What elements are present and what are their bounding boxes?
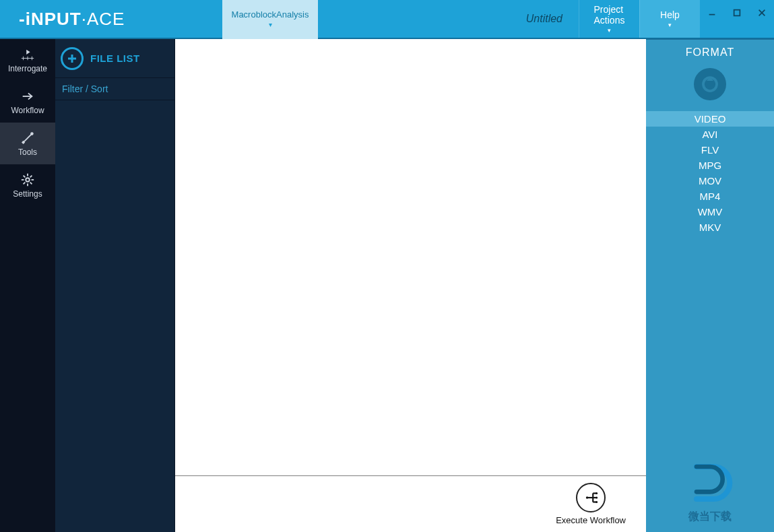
help-menu[interactable]: Help ▾	[639, 0, 700, 38]
svg-point-30	[595, 492, 598, 494]
format-item-mp4[interactable]: MP4	[646, 189, 774, 204]
format-header: FORMAT	[686, 40, 734, 64]
tab-label: MacroblockAnalysis	[232, 9, 309, 20]
maximize-button[interactable]	[730, 5, 744, 20]
footer-bar: Execute Workflow	[175, 475, 646, 532]
tab-macroblock-analysis[interactable]: MacroblockAnalysis ▾	[222, 0, 318, 39]
menu-label: ProjectActions	[594, 4, 625, 26]
svg-line-19	[30, 175, 32, 177]
rail-label: Workflow	[11, 106, 44, 115]
svg-marker-4	[26, 49, 30, 54]
rail-item-settings[interactable]: Settings	[0, 164, 55, 206]
svg-line-18	[30, 182, 32, 184]
format-item-avi[interactable]: AVI	[646, 127, 774, 142]
chevron-down-icon: ▾	[608, 27, 611, 34]
svg-line-20	[24, 182, 26, 184]
svg-line-17	[24, 175, 26, 177]
svg-point-32	[595, 501, 598, 503]
workspace: Execute Workflow	[175, 39, 646, 532]
close-button[interactable]	[754, 5, 769, 20]
project-actions-menu[interactable]: ProjectActions ▾	[579, 0, 639, 38]
file-list-panel: FILE LIST Filter / Sort	[55, 39, 175, 532]
rail-item-tools[interactable]: Tools	[0, 123, 55, 164]
rail-label: Settings	[13, 189, 42, 199]
title-bar: -iNPUT·ACE MacroblockAnalysis ▾ Untitled…	[0, 0, 774, 39]
format-item-video[interactable]: VIDEO	[646, 111, 774, 127]
format-item-mov[interactable]: MOV	[646, 173, 774, 189]
filter-sort-button[interactable]: Filter / Sort	[55, 78, 174, 100]
left-rail: Interrogate Workflow Tools	[0, 39, 55, 532]
watermark-logo: 微当下载	[683, 456, 737, 532]
rail-label: Tools	[18, 147, 37, 157]
d-logo-icon	[683, 456, 737, 510]
format-item-mkv[interactable]: MKV	[646, 220, 774, 235]
menu-label: Help	[660, 9, 680, 20]
tools-icon	[20, 131, 35, 145]
filter-sort-label: Filter / Sort	[62, 84, 108, 94]
plus-icon	[66, 53, 78, 65]
execute-icon	[576, 483, 606, 512]
interrogate-icon	[20, 47, 35, 62]
chevron-down-icon: ▾	[269, 21, 272, 28]
svg-point-31	[595, 496, 598, 498]
execute-workflow-button[interactable]: Execute Workflow	[556, 483, 626, 525]
arrow-right-icon	[20, 89, 35, 104]
file-list-header: FILE LIST	[55, 39, 174, 78]
chevron-down-icon: ▾	[668, 22, 672, 28]
format-item-flv[interactable]: FLV	[646, 142, 774, 158]
rail-label: Interrogate	[8, 64, 47, 73]
title-spacer: Untitled	[318, 0, 579, 38]
rail-item-workflow[interactable]: Workflow	[0, 81, 55, 123]
document-title: Untitled	[526, 13, 562, 25]
add-file-button[interactable]	[61, 47, 84, 70]
svg-rect-1	[734, 10, 740, 16]
convert-icon[interactable]	[694, 68, 726, 100]
format-item-mpg[interactable]: MPG	[646, 158, 774, 173]
format-panel: FORMAT VIDEOAVIFLVMPGMOVMP4WMVMKV 微当下载	[646, 39, 774, 532]
rail-item-interrogate[interactable]: Interrogate	[0, 39, 55, 81]
format-item-wmv[interactable]: WMV	[646, 204, 774, 220]
gear-icon	[20, 172, 35, 187]
watermark-text: 微当下载	[688, 510, 732, 524]
svg-point-12	[26, 178, 30, 182]
execute-label: Execute Workflow	[556, 515, 626, 525]
minimize-button[interactable]	[705, 5, 719, 20]
window-controls	[700, 0, 774, 38]
canvas-area[interactable]	[175, 39, 646, 475]
svg-point-10	[30, 132, 34, 135]
app-logo: -iNPUT·ACE	[0, 0, 222, 38]
file-list-label: FILE LIST	[90, 53, 140, 64]
